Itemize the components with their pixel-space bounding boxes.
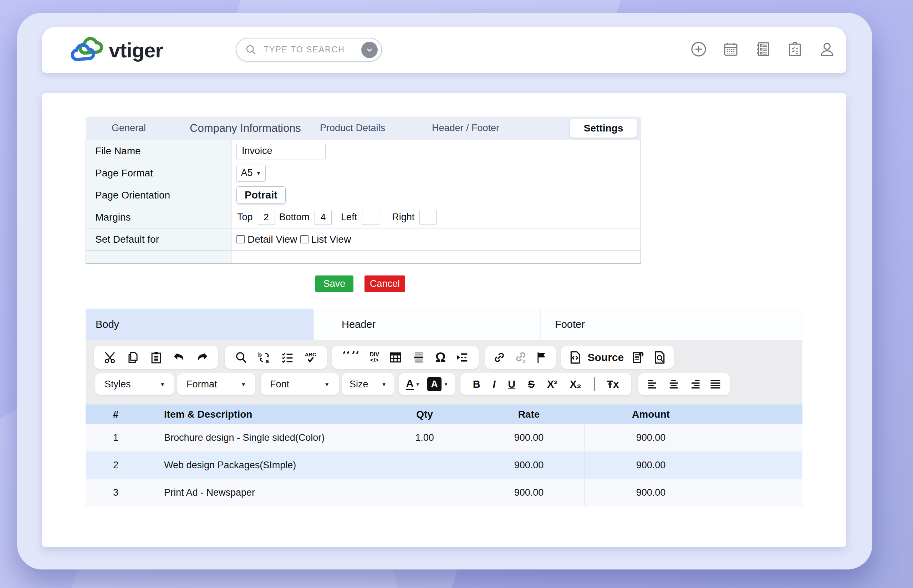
underline-button[interactable]: U bbox=[508, 378, 515, 390]
unlink-icon[interactable]: x bbox=[514, 351, 528, 364]
quick-create-button[interactable] bbox=[690, 40, 707, 58]
subscript-button[interactable]: X₂ bbox=[570, 378, 581, 390]
margin-top-label: Top bbox=[237, 212, 253, 223]
spellcheck-icon[interactable]: ABC bbox=[304, 351, 317, 364]
replace-icon[interactable]: ba bbox=[257, 351, 271, 364]
align-left-icon[interactable] bbox=[647, 378, 659, 391]
cancel-button[interactable]: Cancel bbox=[364, 275, 405, 292]
cell-description: Web design Packages(SImple) bbox=[146, 452, 376, 479]
size-label: Size bbox=[350, 379, 368, 390]
margin-bottom-input[interactable] bbox=[314, 210, 332, 225]
anchor-icon[interactable] bbox=[535, 351, 549, 364]
horizontal-line-icon[interactable] bbox=[412, 351, 426, 364]
link-icon[interactable] bbox=[492, 351, 506, 364]
col-header-rate: Rate bbox=[473, 404, 585, 424]
tab-header-footer[interactable]: Header / Footer bbox=[430, 116, 502, 140]
blockquote-icon[interactable]: ”” bbox=[341, 351, 360, 363]
tasks-button[interactable] bbox=[754, 40, 771, 58]
cell-amount: 900.00 bbox=[585, 424, 803, 452]
remove-format-button[interactable]: Ŧx bbox=[607, 378, 619, 390]
align-center-icon[interactable] bbox=[667, 378, 680, 391]
form-row-page-format: Page Format A5 ▼ bbox=[86, 162, 641, 184]
col-header-description: Item & Description bbox=[146, 404, 376, 424]
global-search[interactable] bbox=[236, 38, 382, 61]
paste-icon[interactable] bbox=[149, 351, 163, 364]
table-row: 1 Brochure design - Single sided(Color) … bbox=[86, 424, 803, 452]
bold-button[interactable]: B bbox=[473, 378, 481, 390]
top-navbar: vtiger bbox=[42, 27, 846, 73]
text-color-icon[interactable]: A▼ bbox=[406, 378, 420, 390]
list-view-label: List View bbox=[311, 234, 351, 245]
select-all-icon[interactable] bbox=[281, 351, 294, 364]
templates-icon[interactable]: i bbox=[631, 350, 645, 365]
plus-circle-icon bbox=[690, 40, 707, 58]
file-name-label: File Name bbox=[86, 140, 231, 162]
undo-icon[interactable] bbox=[172, 351, 186, 364]
tab-settings[interactable]: Settings bbox=[570, 119, 637, 137]
copy-icon[interactable] bbox=[126, 351, 140, 364]
margin-left-input[interactable] bbox=[362, 210, 379, 225]
page-format-select[interactable]: A5 ▼ bbox=[236, 165, 266, 182]
save-button[interactable]: Save bbox=[315, 275, 353, 292]
align-justify-icon[interactable] bbox=[709, 378, 722, 391]
source-icon[interactable] bbox=[568, 350, 583, 365]
margin-right-input[interactable] bbox=[419, 210, 437, 225]
margin-top-input[interactable] bbox=[258, 210, 275, 225]
col-header-num: # bbox=[86, 404, 146, 424]
caret-down-icon: ▼ bbox=[160, 381, 165, 388]
format-label: Format bbox=[186, 379, 217, 390]
page-orientation-button[interactable]: Potrait bbox=[236, 186, 286, 204]
calendar-button[interactable] bbox=[722, 40, 739, 58]
detail-view-label: Detail View bbox=[248, 234, 298, 245]
cell-description: Print Ad - Newspaper bbox=[146, 479, 376, 506]
strikethrough-button[interactable]: S bbox=[528, 378, 534, 390]
special-character-icon[interactable]: Ω bbox=[435, 350, 446, 365]
search-input[interactable] bbox=[263, 45, 361, 55]
chevron-down-icon bbox=[365, 45, 374, 55]
tab-company-informations[interactable]: Company Informations bbox=[188, 116, 303, 140]
div-container-icon[interactable]: DIV</> bbox=[369, 352, 379, 363]
font-dropdown[interactable]: Font ▼ bbox=[261, 373, 339, 395]
search-scope-dropdown[interactable] bbox=[361, 42, 378, 58]
settings-panel: General Company Informations Product Det… bbox=[86, 116, 641, 264]
find-icon[interactable] bbox=[234, 351, 248, 364]
cut-icon[interactable] bbox=[104, 351, 117, 364]
cell-rate: 900.00 bbox=[473, 452, 585, 479]
profile-button[interactable] bbox=[819, 40, 835, 58]
tab-header[interactable]: Header bbox=[314, 309, 540, 340]
tab-footer[interactable]: Footer bbox=[540, 309, 803, 340]
cell-amount: 900.00 bbox=[585, 452, 803, 479]
styles-dropdown[interactable]: Styles ▼ bbox=[95, 373, 175, 395]
table-icon[interactable] bbox=[389, 351, 402, 364]
format-dropdown[interactable]: Format ▼ bbox=[177, 373, 255, 395]
page-break-icon[interactable] bbox=[455, 351, 469, 364]
superscript-button[interactable]: X² bbox=[547, 378, 557, 390]
settings-form: File Name Page Format A5 ▼ bbox=[86, 140, 641, 264]
redo-icon[interactable] bbox=[196, 351, 209, 364]
background-color-icon[interactable]: A▼ bbox=[427, 377, 448, 391]
device-frame: vtiger bbox=[17, 13, 873, 569]
italic-button[interactable]: I bbox=[492, 378, 495, 390]
color-group: A▼ A▼ bbox=[399, 373, 455, 395]
form-row-set-default: Set Default for Detail View List View bbox=[86, 228, 641, 250]
align-right-icon[interactable] bbox=[688, 378, 701, 391]
table-row: 3 Print Ad - Newspaper 900.00 900.00 bbox=[86, 479, 803, 506]
svg-text:x: x bbox=[522, 359, 525, 364]
form-row-page-orientation: Page Orientation Potrait bbox=[86, 184, 641, 206]
pdf-settings-page: General Company Informations Product Det… bbox=[42, 93, 846, 547]
tab-general[interactable]: General bbox=[110, 116, 148, 140]
link-group: x bbox=[485, 346, 556, 369]
set-default-label: Set Default for bbox=[86, 228, 231, 250]
approvals-button[interactable] bbox=[787, 40, 803, 58]
source-label[interactable]: Source bbox=[588, 351, 624, 363]
list-view-checkbox[interactable] bbox=[300, 235, 309, 243]
preview-icon[interactable] bbox=[652, 350, 667, 365]
navbar-actions bbox=[690, 40, 835, 58]
detail-view-checkbox[interactable] bbox=[236, 235, 244, 243]
page-format-label: Page Format bbox=[86, 162, 231, 184]
tab-product-details[interactable]: Product Details bbox=[318, 116, 387, 140]
tab-body[interactable]: Body bbox=[86, 309, 314, 340]
search-icon bbox=[245, 44, 257, 56]
file-name-input[interactable] bbox=[236, 143, 325, 159]
size-dropdown[interactable]: Size ▼ bbox=[342, 373, 395, 395]
